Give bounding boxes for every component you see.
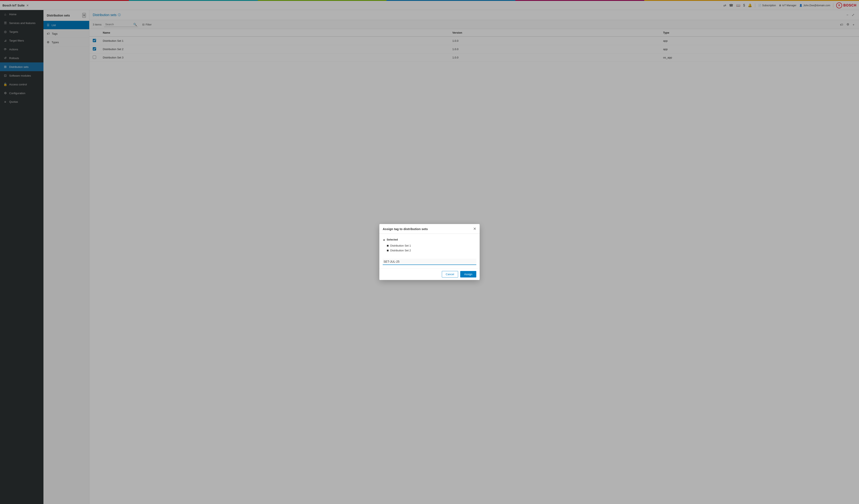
collapse-icon: ▲ (383, 238, 386, 241)
modal-list-item: Distribution Set 2 (387, 248, 476, 253)
list-bullet-icon (387, 245, 389, 247)
assign-button[interactable]: Assign (460, 271, 476, 277)
cancel-button[interactable]: Cancel (442, 271, 458, 277)
modal-header: Assign tag to distribution sets ✕ (379, 224, 480, 234)
tag-input[interactable] (383, 259, 476, 265)
modal-list-item: Distribution Set 1 (387, 243, 476, 248)
modal-overlay: Assign tag to distribution sets ✕ ▲ Sele… (0, 0, 859, 504)
modal-selected-list: Distribution Set 1Distribution Set 2 (387, 243, 476, 253)
modal-selected-header[interactable]: ▲ Selected (383, 238, 476, 241)
modal-body: ▲ Selected Distribution Set 1Distributio… (379, 234, 480, 268)
modal-close-button[interactable]: ✕ (473, 227, 476, 231)
modal-footer: Cancel Assign (379, 268, 480, 280)
assign-tag-modal: Assign tag to distribution sets ✕ ▲ Sele… (379, 224, 480, 280)
list-bullet-icon (387, 250, 389, 251)
modal-title: Assign tag to distribution sets (383, 227, 428, 231)
